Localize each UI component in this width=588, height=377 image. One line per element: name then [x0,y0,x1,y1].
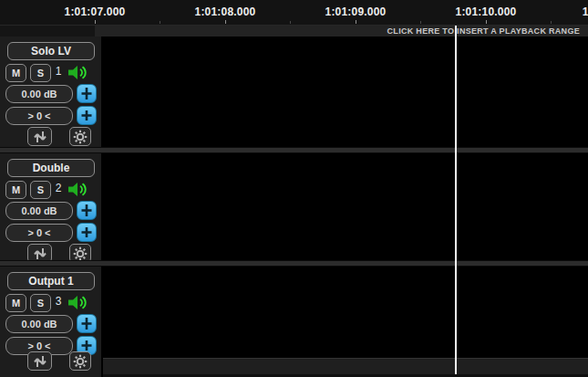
playback-range-hint-label: CLICK HERE TO INSERT A PLAYBACK RANGE [387,26,580,36]
track-name-button[interactable]: Output 1 [7,272,95,290]
solo-button[interactable]: S [30,294,51,312]
speaker-icon[interactable] [67,294,91,311]
ruler-label: 1:01:08.000 [189,5,262,18]
gear-icon[interactable] [69,351,91,371]
gain-automation-button[interactable] [77,201,97,220]
mute-button[interactable]: M [5,64,26,82]
ruler-tick-minor [551,21,552,24]
mute-button[interactable]: M [5,181,26,199]
ruler-tick-minor [160,21,160,24]
sort-arrows-button[interactable] [27,351,52,371]
ruler-tick-minor [420,21,421,24]
gear-icon[interactable] [69,127,91,146]
audio-editor-window: 1:01:07.0001:01:08.0001:01:09.0001:01:10… [0,0,588,377]
ruler-tick [95,20,96,24]
gain-automation-button[interactable] [77,84,97,103]
gain-field[interactable]: 0.00 dB [5,202,73,220]
ruler-tick [225,20,226,24]
ruler-label: 1:01:09.000 [319,5,392,18]
track-divider [0,147,588,153]
gain-automation-button[interactable] [77,314,97,333]
ruler-label: 1:01:10.000 [449,5,522,18]
track-name-button[interactable]: Double [7,159,95,177]
ruler-tick-minor [290,21,291,24]
track-panel-double: Double M S 2 0.00 dB > 0 < [0,153,102,260]
timeline-ruler[interactable]: 1:01:07.0001:01:08.0001:01:09.0001:01:10… [0,0,588,26]
sort-arrows-button[interactable] [27,127,52,146]
track-number: 1 [51,65,66,78]
range-field[interactable]: > 0 < [5,224,73,242]
mute-button[interactable]: M [5,294,26,312]
gain-field[interactable]: 0.00 dB [5,315,73,333]
track-number: 3 [51,295,66,308]
track-divider [0,260,588,267]
playback-range-hint[interactable]: CLICK HERE TO INSERT A PLAYBACK RANGE [95,26,588,37]
speaker-icon[interactable] [67,64,91,81]
range-automation-button[interactable] [77,106,97,125]
track-number: 2 [51,182,66,194]
track-name-button[interactable]: Solo LV [7,42,95,60]
solo-button[interactable]: S [30,64,51,82]
ruler-tick [356,20,356,24]
output-bottom-strip [103,358,588,374]
gain-field[interactable]: 0.00 dB [5,85,73,103]
ruler-label: 1:01:11.000 [576,5,588,18]
ruler-tick [486,20,487,24]
playhead-line[interactable] [455,26,457,374]
track-panel-solo-lv: Solo LV M S 1 0.00 dB > 0 < [0,37,102,147]
speaker-icon[interactable] [67,181,91,198]
track-panel-output: Output 1 M S 3 0.00 dB > 0 < [0,267,102,377]
range-field[interactable]: > 0 < [5,107,73,125]
playback-range-strip[interactable]: CLICK HERE TO INSERT A PLAYBACK RANGE [0,26,588,37]
range-automation-button[interactable] [77,223,97,242]
solo-button[interactable]: S [30,181,51,199]
ruler-label: 1:01:07.000 [58,5,131,18]
